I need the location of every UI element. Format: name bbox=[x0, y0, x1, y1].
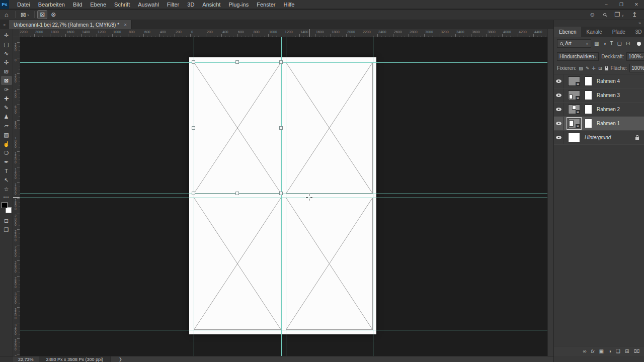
filter-smart-object-icon[interactable]: ⊡ bbox=[626, 41, 630, 46]
transform-handle[interactable] bbox=[192, 126, 195, 130]
eye-icon[interactable] bbox=[556, 136, 561, 139]
guide-vertical[interactable] bbox=[373, 37, 373, 356]
foreground-color-swatch[interactable] bbox=[2, 202, 8, 208]
search-icon[interactable] bbox=[603, 13, 606, 16]
transform-handle[interactable] bbox=[279, 126, 283, 130]
eraser-tool[interactable]: ▱ bbox=[1, 121, 12, 130]
layer-thumbnail[interactable] bbox=[568, 133, 580, 142]
lock-position-icon[interactable]: ✛ bbox=[592, 66, 596, 71]
placeholder-frame-1[interactable] bbox=[194, 62, 281, 194]
move-tool[interactable]: ✛ bbox=[1, 31, 12, 40]
color-swatches[interactable] bbox=[2, 202, 12, 213]
filter-adjustment-icon[interactable]: ◑ bbox=[603, 41, 606, 46]
layer-row-rahmen-3[interactable]: ⊠Rahmen 3 bbox=[554, 88, 644, 103]
status-chevron-icon[interactable]: ❯ bbox=[111, 357, 122, 361]
eye-icon[interactable] bbox=[556, 122, 561, 125]
menu-item-ansicht[interactable]: Ansicht bbox=[198, 0, 224, 9]
guide-horizontal[interactable] bbox=[20, 62, 547, 63]
filter-shape-icon[interactable]: ▢ bbox=[617, 41, 622, 46]
zoom-level[interactable]: 22,73% bbox=[13, 357, 39, 362]
guide-vertical[interactable] bbox=[281, 37, 282, 356]
document-tab[interactable]: Unbenannt-1 bei 22,7% (Rahmen 1, CMYK/8)… bbox=[9, 20, 132, 29]
filter-pixel-icon[interactable]: ▨ bbox=[594, 41, 599, 46]
elliptical-frame-mode-button[interactable]: ⊗ bbox=[49, 11, 58, 19]
layer-row-rahmen-1[interactable]: ⊠Rahmen 1 bbox=[554, 117, 644, 131]
lock-all-icon[interactable] bbox=[605, 68, 608, 70]
content-thumbnail[interactable] bbox=[585, 76, 592, 86]
blend-mode-select[interactable]: Hindurchwirken ∨ bbox=[557, 52, 599, 61]
eyedropper-tool[interactable]: ✑ bbox=[1, 85, 12, 94]
frame-thumbnail[interactable]: ⊠ bbox=[568, 105, 580, 114]
lock-pixels-icon[interactable]: ✎ bbox=[586, 66, 590, 71]
new-group-icon[interactable]: ❏ bbox=[616, 348, 620, 354]
home-icon[interactable]: ⌂ bbox=[0, 11, 13, 19]
horizontal-ruler[interactable]: 2200200018001600140012001000800600400200… bbox=[20, 29, 547, 37]
gradient-tool[interactable]: ▨ bbox=[1, 130, 12, 139]
visibility-cell[interactable] bbox=[554, 74, 564, 88]
guide-vertical[interactable] bbox=[286, 37, 286, 356]
menu-item-schrift[interactable]: Schrift bbox=[110, 0, 134, 9]
marquee-tool[interactable]: ▢ bbox=[1, 40, 12, 49]
guide-horizontal[interactable] bbox=[20, 194, 547, 194]
fill-input[interactable]: 100% ∨ bbox=[629, 64, 644, 72]
menu-item-bearbeiten[interactable]: Bearbeiten bbox=[34, 0, 69, 9]
path-selection-tool[interactable]: ↖ bbox=[1, 175, 12, 185]
tab-pfade[interactable]: Pfade bbox=[607, 27, 630, 37]
crop-tool[interactable]: ₪ bbox=[1, 67, 12, 76]
new-layer-icon[interactable]: ⊞ bbox=[625, 348, 629, 354]
layer-row-rahmen-2[interactable]: ⊠Rahmen 2 bbox=[554, 103, 644, 117]
frame-tool[interactable]: ⊠ bbox=[1, 76, 12, 85]
layer-style-icon[interactable]: fx bbox=[591, 349, 595, 354]
workspace-icon[interactable]: ❐ ∨ bbox=[614, 11, 624, 18]
filter-toggle-switch[interactable] bbox=[637, 42, 641, 46]
placeholder-frame-3[interactable] bbox=[194, 198, 281, 330]
minimize-button[interactable]: – bbox=[599, 0, 614, 9]
content-thumbnail[interactable] bbox=[585, 90, 592, 100]
transform-handle[interactable] bbox=[279, 192, 283, 195]
tab-kanle[interactable]: Kanäle bbox=[581, 27, 607, 37]
visibility-cell[interactable] bbox=[554, 131, 564, 144]
share-icon[interactable]: ↥ bbox=[632, 11, 637, 18]
placeholder-frame-4[interactable] bbox=[286, 198, 373, 330]
visibility-cell[interactable] bbox=[554, 103, 564, 116]
dodge-tool[interactable]: ❍ bbox=[1, 148, 12, 157]
clone-stamp-tool[interactable]: ♟ bbox=[1, 112, 12, 121]
edit-toolbar-icon[interactable]: ••• bbox=[4, 195, 9, 199]
frame-tool-preset[interactable]: ⊠ ∨ bbox=[18, 11, 32, 19]
adjustment-layer-icon[interactable]: ◑ bbox=[608, 348, 611, 354]
link-layers-icon[interactable]: ∞ bbox=[583, 348, 586, 354]
tab-overflow-icon[interactable]: » bbox=[0, 20, 9, 29]
content-thumbnail[interactable] bbox=[585, 105, 592, 114]
smudge-tool[interactable]: ☝ bbox=[1, 139, 12, 148]
vertical-ruler[interactable]: 2 0 002 0 04 0 06 0 08 0 01 0 0 01 2 0 0… bbox=[13, 37, 20, 356]
transform-handle[interactable] bbox=[192, 60, 195, 64]
type-tool[interactable]: T bbox=[1, 166, 12, 175]
eye-icon[interactable] bbox=[556, 94, 561, 97]
transform-handle[interactable] bbox=[235, 192, 239, 195]
transform-handle[interactable] bbox=[235, 60, 239, 64]
rectangular-frame-mode-button[interactable]: ⊠ bbox=[38, 11, 47, 19]
vertical-scrollbar[interactable] bbox=[547, 29, 553, 356]
frame-thumbnail[interactable]: ⊠ bbox=[568, 76, 580, 86]
tab-3d[interactable]: 3D bbox=[630, 27, 644, 37]
menu-item-filter[interactable]: Filter bbox=[163, 0, 183, 9]
quick-mask-icon[interactable]: ⊡ bbox=[1, 216, 12, 225]
pen-tool[interactable]: ✒ bbox=[1, 157, 12, 166]
transform-handle[interactable] bbox=[279, 60, 283, 64]
eye-icon[interactable] bbox=[556, 79, 561, 83]
account-icon[interactable]: ☺ bbox=[589, 11, 595, 18]
brush-tool[interactable]: ✎ bbox=[1, 103, 12, 112]
healing-brush-tool[interactable]: ✚ bbox=[1, 94, 12, 103]
photoshop-logo[interactable]: Ps bbox=[0, 0, 9, 9]
layer-filter-kind-select[interactable]: Art ∨ bbox=[557, 39, 591, 48]
menu-item-3d[interactable]: 3D bbox=[183, 0, 198, 9]
restore-button[interactable]: ❐ bbox=[614, 0, 629, 9]
menu-item-fenster[interactable]: Fenster bbox=[253, 0, 279, 9]
menu-item-datei[interactable]: Datei bbox=[13, 0, 34, 9]
menu-item-ebene[interactable]: Ebene bbox=[86, 0, 110, 9]
quick-selection-tool[interactable]: ✣ bbox=[1, 58, 12, 67]
lock-transparent-icon[interactable]: ▨ bbox=[579, 66, 583, 71]
close-button[interactable]: ✕ bbox=[629, 0, 644, 9]
menu-item-bild[interactable]: Bild bbox=[69, 0, 86, 9]
lock-artboard-icon[interactable]: ⊡ bbox=[598, 66, 602, 71]
